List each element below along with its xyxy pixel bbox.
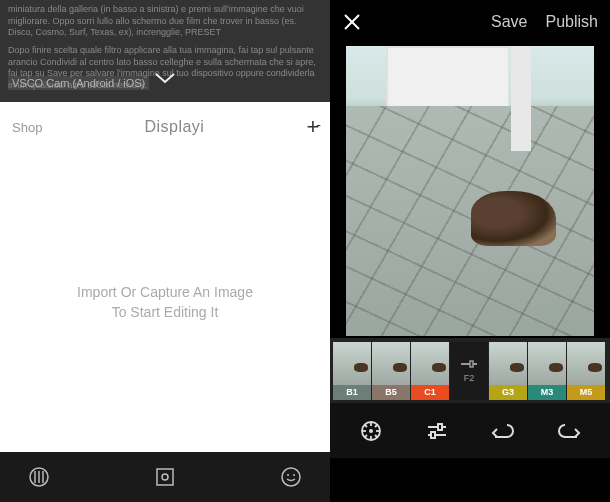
filter-thumb-b1[interactable]: B1 <box>333 342 371 400</box>
svg-line-22 <box>375 424 378 427</box>
svg-point-14 <box>369 429 373 433</box>
filter-thumb-m5[interactable]: M5 <box>567 342 605 400</box>
vsco-editor-panel: Save Publish B1B5C1F2G3M3M5 <box>330 0 610 502</box>
library-title: Displayi <box>144 118 204 136</box>
editor-top-bar: Save Publish <box>330 0 610 44</box>
svg-point-6 <box>282 468 300 486</box>
svg-rect-26 <box>431 432 435 438</box>
presets-wheel-icon[interactable] <box>359 419 383 443</box>
svg-rect-12 <box>470 361 473 367</box>
filter-thumb-b5[interactable]: B5 <box>372 342 410 400</box>
library-grid-icon[interactable] <box>28 466 50 488</box>
adjust-sliders-icon[interactable] <box>425 419 449 443</box>
svg-line-20 <box>375 435 378 438</box>
undo-icon[interactable] <box>491 419 515 443</box>
redo-icon[interactable] <box>557 419 581 443</box>
publish-button[interactable]: Publish <box>546 13 598 31</box>
library-header: Shop Displayi +- <box>0 102 330 152</box>
svg-line-19 <box>365 424 368 427</box>
filter-tools-button[interactable]: F2 <box>450 342 488 400</box>
profile-smile-icon[interactable] <box>280 466 302 488</box>
vsco-left-panel: miniatura della galleria (in basso a sin… <box>0 0 330 502</box>
chevron-down-icon[interactable] <box>154 72 176 84</box>
save-button[interactable]: Save <box>491 13 527 31</box>
left-bottom-toolbar <box>0 452 330 502</box>
svg-point-8 <box>293 474 295 476</box>
svg-line-21 <box>365 435 368 438</box>
article-overlay: miniatura della galleria (in basso a sin… <box>0 0 330 102</box>
camera-capture-icon[interactable] <box>154 466 176 488</box>
add-import-button[interactable]: +- <box>306 114 318 140</box>
filter-strip[interactable]: B1B5C1F2G3M3M5 <box>330 338 610 403</box>
empty-line-2: To Start Editing It <box>112 304 219 320</box>
photo-preview <box>346 46 594 336</box>
filter-thumb-m3[interactable]: M3 <box>528 342 566 400</box>
app-name-label: VSCO Cam (Android / iOS) <box>8 76 149 90</box>
svg-rect-24 <box>438 424 442 430</box>
photo-preview-area[interactable] <box>330 44 610 338</box>
shop-link[interactable]: Shop <box>12 120 42 135</box>
editor-bottom-toolbar <box>330 403 610 458</box>
filter-thumb-g3[interactable]: G3 <box>489 342 527 400</box>
svg-rect-4 <box>157 469 173 485</box>
filter-thumb-c1[interactable]: C1 <box>411 342 449 400</box>
empty-state: Import Or Capture An Image To Start Edit… <box>0 152 330 452</box>
svg-point-5 <box>162 474 168 480</box>
article-text-1: miniatura della galleria (in basso a sin… <box>8 4 322 39</box>
svg-point-7 <box>287 474 289 476</box>
close-icon[interactable] <box>342 12 362 32</box>
empty-line-1: Import Or Capture An Image <box>77 284 253 300</box>
